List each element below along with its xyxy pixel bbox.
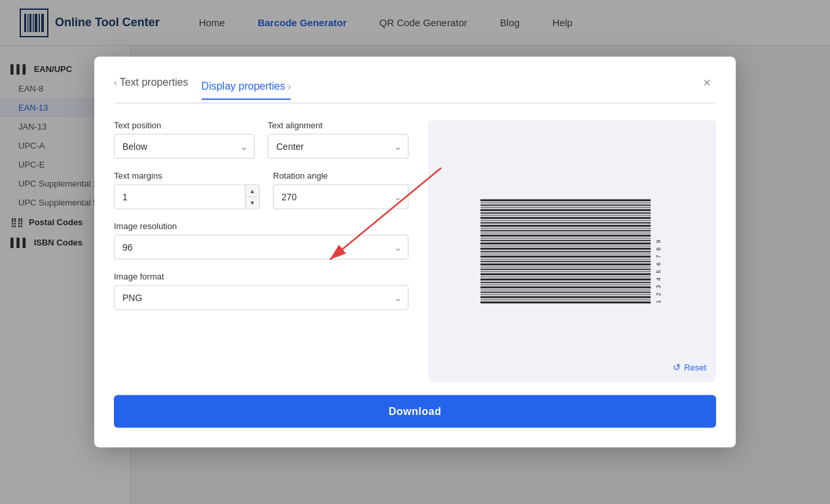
- svg-text:1 2 3 4 5 6 7 8 9: 1 2 3 4 5 6 7 8 9: [655, 238, 662, 303]
- form-row-1: Text position Below Above None Text alig…: [114, 120, 408, 159]
- text-position-select-wrapper: Below Above None: [114, 134, 255, 159]
- svg-rect-14: [480, 285, 651, 285]
- svg-rect-27: [480, 251, 651, 253]
- image-format-group: Image format PNG JPG SVG: [114, 272, 408, 310]
- svg-rect-22: [480, 264, 651, 266]
- text-margins-input[interactable]: [115, 185, 245, 209]
- svg-rect-23: [480, 261, 651, 262]
- text-position-label: Text position: [114, 120, 255, 130]
- form-row-4: Image format PNG JPG SVG: [114, 272, 408, 310]
- svg-rect-17: [480, 277, 651, 278]
- svg-rect-16: [480, 279, 651, 281]
- barcode-image: 1 2 3 4 5 6 7 8 9: [480, 192, 664, 310]
- rotation-angle-select-wrapper: 0 90 180 270: [273, 185, 408, 209]
- svg-rect-31: [480, 240, 651, 242]
- image-format-select[interactable]: PNG JPG SVG: [114, 285, 408, 310]
- svg-rect-42: [480, 213, 651, 214]
- text-margins-down[interactable]: ▼: [245, 197, 259, 209]
- text-position-select[interactable]: Below Above None: [114, 134, 255, 159]
- reset-button[interactable]: ↺ Reset: [673, 362, 706, 372]
- reset-icon: ↺: [673, 362, 681, 372]
- modal-header: ‹ Text properties Display properties › ×: [114, 77, 716, 104]
- modal-dialog: ‹ Text properties Display properties › ×…: [94, 57, 736, 448]
- image-resolution-label: Image resolution: [114, 221, 408, 231]
- svg-rect-11: [480, 292, 651, 293]
- svg-rect-32: [480, 238, 651, 239]
- rotation-angle-group: Rotation angle 0 90 180 270: [273, 171, 408, 209]
- svg-rect-38: [480, 223, 651, 224]
- svg-rect-24: [480, 259, 651, 260]
- svg-rect-43: [480, 209, 651, 211]
- image-format-label: Image format: [114, 272, 408, 281]
- rotation-angle-label: Rotation angle: [273, 171, 408, 181]
- svg-rect-28: [480, 248, 651, 250]
- text-alignment-select[interactable]: Center Left Right: [268, 134, 408, 159]
- text-margins-input-wrapper: ▲ ▼: [114, 185, 260, 209]
- text-margins-label: Text margins: [114, 171, 260, 181]
- svg-rect-29: [480, 246, 651, 247]
- svg-rect-25: [480, 256, 651, 258]
- svg-rect-26: [480, 254, 651, 255]
- left-arrow-icon: ‹: [114, 77, 117, 88]
- reset-label: Reset: [684, 362, 706, 372]
- svg-rect-15: [480, 282, 651, 283]
- svg-rect-35: [480, 230, 651, 232]
- text-margins-up[interactable]: ▲: [245, 185, 259, 198]
- svg-rect-20: [480, 269, 651, 270]
- form-row-3: Image resolution 72 96 150 300: [114, 221, 408, 260]
- svg-rect-13: [480, 287, 651, 289]
- svg-rect-33: [480, 235, 651, 237]
- form-row-2: Text margins ▲ ▼ Rotation angle: [114, 171, 408, 209]
- right-arrow-icon: ›: [288, 81, 291, 92]
- close-button[interactable]: ×: [698, 73, 716, 92]
- svg-rect-34: [480, 233, 651, 234]
- svg-rect-41: [480, 215, 651, 216]
- svg-rect-39: [480, 221, 651, 221]
- image-resolution-group: Image resolution 72 96 150 300: [114, 221, 408, 260]
- svg-rect-10: [480, 295, 651, 295]
- image-resolution-select[interactable]: 72 96 150 300: [114, 235, 408, 260]
- barcode-preview-area: 1 2 3 4 5 6 7 8 9: [428, 134, 716, 369]
- svg-rect-44: [480, 207, 651, 208]
- svg-rect-46: [480, 203, 651, 204]
- text-position-group: Text position Below Above None: [114, 120, 255, 159]
- text-alignment-group: Text alignment Center Left Right: [268, 120, 408, 159]
- svg-rect-12: [480, 290, 651, 291]
- modal-form: Text position Below Above None Text alig…: [114, 120, 408, 382]
- modal-footer: Download: [114, 395, 716, 428]
- text-alignment-label: Text alignment: [268, 120, 408, 130]
- image-resolution-select-wrapper: 72 96 150 300: [114, 235, 408, 260]
- modal-body: Text position Below Above None Text alig…: [114, 120, 716, 382]
- svg-rect-21: [480, 267, 651, 268]
- modal-inner: ‹ Text properties Display properties › ×…: [114, 77, 716, 428]
- svg-rect-19: [480, 272, 651, 272]
- image-format-select-wrapper: PNG JPG SVG: [114, 285, 408, 310]
- svg-rect-30: [480, 243, 651, 245]
- svg-rect-18: [480, 274, 651, 276]
- tab-display-properties[interactable]: Display properties ›: [202, 81, 291, 100]
- text-margins-spinners: ▲ ▼: [245, 185, 259, 209]
- text-alignment-select-wrapper: Center Left Right: [268, 134, 408, 159]
- text-margins-group: Text margins ▲ ▼: [114, 171, 260, 209]
- svg-rect-9: [480, 297, 651, 298]
- rotation-angle-select[interactable]: 0 90 180 270: [273, 185, 408, 209]
- svg-rect-36: [480, 228, 651, 229]
- tab-text-properties[interactable]: ‹ Text properties: [114, 77, 189, 95]
- svg-rect-45: [480, 205, 651, 206]
- svg-rect-7: [480, 302, 651, 304]
- download-button[interactable]: Download: [114, 395, 716, 428]
- svg-rect-47: [480, 200, 651, 202]
- svg-rect-37: [480, 225, 651, 227]
- svg-rect-40: [480, 217, 651, 219]
- barcode-preview-panel: 1 2 3 4 5 6 7 8 9 ↺ Reset: [428, 120, 716, 382]
- svg-rect-8: [480, 300, 651, 300]
